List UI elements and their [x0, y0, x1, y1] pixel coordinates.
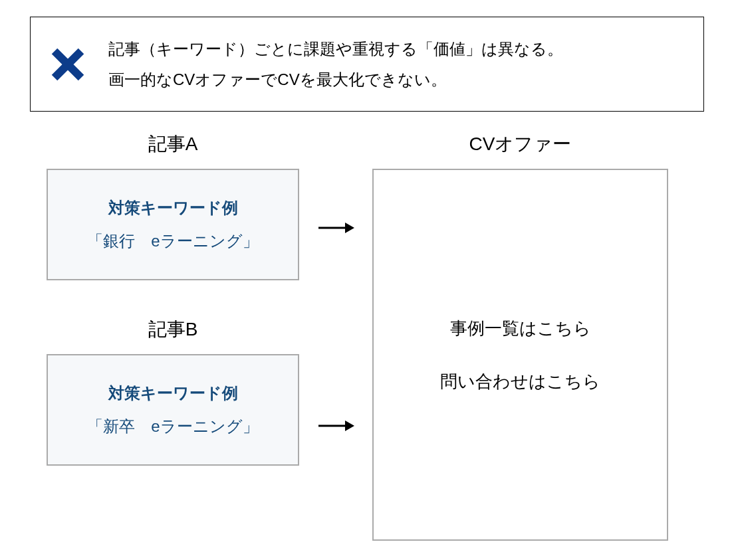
- article-a-block: 記事A 対策キーワード例 「銀行 eラーニング」: [47, 132, 299, 280]
- cv-offer-title: CVオファー: [469, 132, 572, 157]
- svg-marker-5: [345, 420, 354, 431]
- diagram: 記事A 対策キーワード例 「銀行 eラーニング」 記事B 対策キーワード例 「新…: [30, 132, 704, 541]
- svg-marker-3: [345, 223, 354, 233]
- article-a-keyword-value: 「銀行 eラーニング」: [87, 231, 258, 252]
- callout-line-1: 記事（キーワード）ごとに課題や重視する「価値」は異なる。: [108, 34, 563, 64]
- callout-box: 記事（キーワード）ごとに課題や重視する「価値」は異なる。 画一的なCVオファーで…: [30, 17, 704, 112]
- cv-offer-line-2: 問い合わせはこちら: [440, 370, 600, 393]
- article-b-keyword-label: 対策キーワード例: [108, 383, 238, 404]
- article-a-keyword-label: 対策キーワード例: [108, 197, 238, 219]
- arrows-column: [299, 132, 372, 438]
- article-b-block: 記事B 対策キーワード例 「新卒 eラーニング」: [47, 317, 299, 466]
- x-icon: [51, 47, 85, 82]
- cv-offer-line-1: 事例一覧はこちら: [450, 317, 591, 340]
- article-b-keyword-box: 対策キーワード例 「新卒 eラーニング」: [47, 354, 299, 466]
- articles-column: 記事A 対策キーワード例 「銀行 eラーニング」 記事B 対策キーワード例 「新…: [47, 132, 299, 466]
- article-a-title: 記事A: [148, 132, 198, 157]
- article-a-keyword-box: 対策キーワード例 「銀行 eラーニング」: [47, 169, 299, 280]
- article-b-keyword-value: 「新卒 eラーニング」: [87, 416, 258, 437]
- cv-offer-column: CVオファー 事例一覧はこちら 問い合わせはこちら: [372, 132, 668, 541]
- arrow-a: [316, 215, 356, 240]
- callout-line-2: 画一的なCVオファーでCVを最大化できない。: [108, 64, 563, 95]
- cv-offer-box: 事例一覧はこちら 問い合わせはこちら: [372, 169, 668, 541]
- callout-text: 記事（キーワード）ごとに課題や重視する「価値」は異なる。 画一的なCVオファーで…: [108, 34, 563, 94]
- article-b-title: 記事B: [148, 317, 198, 342]
- arrow-b: [316, 413, 356, 438]
